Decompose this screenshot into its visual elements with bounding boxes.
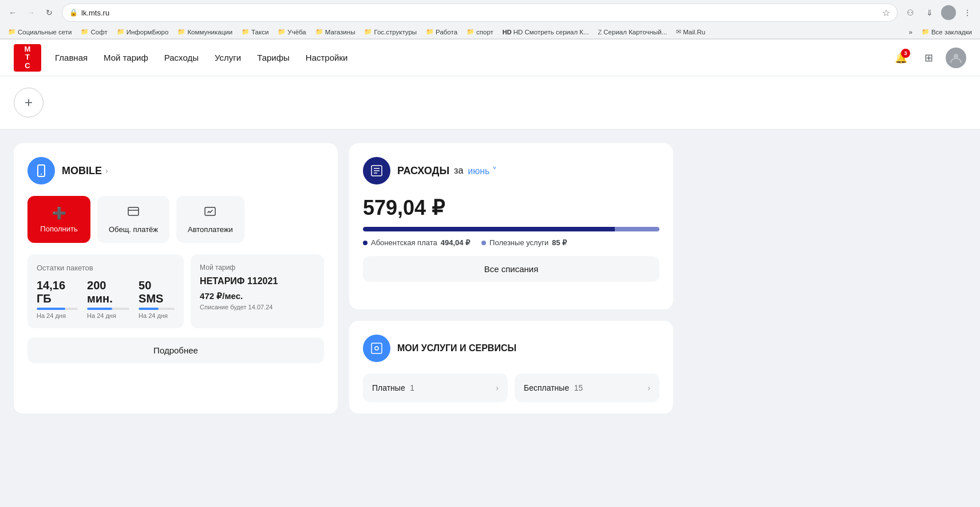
notifications-button[interactable]: 🔔 3 <box>891 48 911 68</box>
mobile-icon <box>27 157 55 184</box>
mobile-card: MOBILE › ➕ Пополнить <box>14 143 338 414</box>
bookmark-hd[interactable]: HD HD Смотреть сериал К... <box>499 27 592 37</box>
sms-value: 50 SMS <box>139 279 175 305</box>
expenses-bar-secondary <box>615 227 659 231</box>
tariff-box: Мой тариф НЕТАРИФ 112021 472 ₽/мес. Спис… <box>191 254 324 328</box>
package-min: 200 мин. На 24 дня <box>87 279 129 319</box>
bookmark-inform[interactable]: 📁 ИнформБюро <box>113 26 172 37</box>
expenses-icon <box>363 157 390 184</box>
bookmark-sport[interactable]: 📁 спорт <box>463 26 497 37</box>
expenses-legend: Абонентская плата 494,04 ₽ Полезные услу… <box>363 238 659 247</box>
sms-bar <box>139 308 175 310</box>
min-value: 200 мин. <box>87 279 129 305</box>
paid-services-item[interactable]: Платные 1 › <box>363 374 508 402</box>
payment-icon <box>127 205 140 221</box>
expenses-card-header: РАСХОДЫ за июнь ˅ <box>363 157 659 184</box>
sms-bar-fill <box>139 308 159 310</box>
services-card-title: МОИ УСЛУГИ И СЕРВИСЫ <box>397 343 516 353</box>
topup-button[interactable]: ➕ Пополнить <box>27 196 90 243</box>
services-card: МОИ УСЛУГИ И СЕРВИСЫ Платные 1 › <box>349 321 673 414</box>
gb-value: 14,16 ГБ <box>37 279 78 305</box>
mobile-card-header: MOBILE › <box>27 157 324 184</box>
mts-navigation: Главная Мой тариф Расходы Услуги Тарифы … <box>55 53 891 62</box>
bookmark-comm[interactable]: 📁 Коммуникации <box>174 26 236 37</box>
all-charges-button[interactable]: Все списания <box>363 256 659 282</box>
nav-expenses[interactable]: Расходы <box>164 53 199 62</box>
menu-button[interactable]: ⋮ <box>959 5 975 21</box>
expenses-subtitle: за <box>454 166 463 176</box>
bookmarks-more-btn[interactable]: » <box>905 27 915 37</box>
nav-home[interactable]: Главная <box>55 53 88 62</box>
gb-days: На 24 дня <box>37 312 78 319</box>
bookmark-taxi[interactable]: 📁 Такси <box>238 26 272 37</box>
folder-icon: 📁 <box>467 28 475 36</box>
nav-tariff[interactable]: Мой тариф <box>104 53 148 62</box>
mobile-card-title: MOBILE <box>62 165 102 177</box>
legend-dot-main <box>363 241 368 245</box>
header-actions: 🔔 3 ⊞ <box>891 48 966 68</box>
back-button[interactable]: ← <box>5 5 21 21</box>
folder-icon: 📁 <box>426 28 434 36</box>
expenses-title: РАСХОДЫ <box>397 165 449 177</box>
gb-bar-fill <box>37 308 65 310</box>
details-button[interactable]: Подробнее <box>27 337 324 363</box>
svg-point-0 <box>954 54 958 58</box>
bookmark-mailru[interactable]: ✉ Mail.Ru <box>673 26 709 37</box>
star-icon[interactable]: ☆ <box>882 7 890 18</box>
bookmark-gov[interactable]: 📁 Гос.структуры <box>361 26 420 37</box>
user-avatar[interactable] <box>946 48 966 68</box>
chevron-right-icon: › <box>647 383 650 392</box>
packages-title: Остатки пакетов <box>37 264 175 272</box>
lock-icon: 🔒 <box>69 9 78 17</box>
mts-logo[interactable]: МТС <box>14 44 41 72</box>
bookmark-serial[interactable]: Z Сериал Карточный... <box>595 27 671 37</box>
folder-icon: 📁 <box>81 28 89 36</box>
svg-rect-3 <box>128 207 139 215</box>
chevron-right-icon: › <box>496 383 499 392</box>
browser-toolbar: ← → ↻ 🔒 lk.mts.ru ☆ ⚇ ⇓ ⋮ <box>0 0 980 25</box>
tariff-price: 472 ₽/мес. <box>200 291 315 301</box>
tariff-name: НЕТАРИФ 112021 <box>200 276 315 286</box>
site-wrapper: МТС Главная Мой тариф Расходы Услуги Тар… <box>0 40 980 498</box>
services-icon <box>363 335 390 362</box>
add-number-button[interactable]: + <box>14 88 44 117</box>
nav-services[interactable]: Услуги <box>215 53 241 62</box>
plus-icon: ➕ <box>52 206 66 220</box>
promise-payment-button[interactable]: Обещ. платёж <box>97 196 169 243</box>
legend-dot-secondary <box>481 241 486 245</box>
reload-button[interactable]: ↻ <box>41 5 57 21</box>
expenses-card: РАСХОДЫ за июнь ˅ 579,04 ₽ <box>349 143 673 309</box>
autopay-icon <box>204 205 216 221</box>
legend-abonent: Абонентская плата 494,04 ₽ <box>363 238 470 247</box>
packages-list: 14,16 ГБ На 24 дня 200 мин. <box>37 279 175 319</box>
profile-avatar[interactable] <box>941 5 956 20</box>
bookmark-all[interactable]: 📁 Все закладки <box>918 26 975 37</box>
expenses-month[interactable]: июнь ˅ <box>468 166 497 176</box>
bookmark-study[interactable]: 📁 Учёба <box>274 26 309 37</box>
bookmarks-bar: 📁 Социальные сети 📁 Софт 📁 ИнформБюро 📁 … <box>0 25 980 39</box>
nav-settings[interactable]: Настройки <box>306 53 348 62</box>
svg-rect-5 <box>205 207 215 215</box>
folder-icon: 📁 <box>117 28 125 36</box>
main-content: MOBILE › ➕ Пополнить <box>0 129 687 427</box>
bookmark-soft[interactable]: 📁 Софт <box>77 26 110 37</box>
right-column: РАСХОДЫ за июнь ˅ 579,04 ₽ <box>349 143 673 414</box>
bookmark-work[interactable]: 📁 Работа <box>422 26 461 37</box>
grid-menu-button[interactable]: ⊞ <box>918 48 939 68</box>
extensions-button[interactable]: ⚇ <box>902 5 918 21</box>
folder-icon: 📁 <box>242 28 250 36</box>
bookmark-social[interactable]: 📁 Социальные сети <box>5 26 75 37</box>
action-buttons: ➕ Пополнить Обещ. платёж <box>27 196 324 243</box>
free-services-item[interactable]: Бесплатные 15 › <box>515 374 659 402</box>
address-bar[interactable]: 🔒 lk.mts.ru ☆ <box>62 3 898 22</box>
min-bar-fill <box>87 308 112 310</box>
autopayment-button[interactable]: Автоплатежи <box>176 196 244 243</box>
bookmark-shops[interactable]: 📁 Магазины <box>312 26 359 37</box>
folder-icon: 📁 <box>364 28 372 36</box>
mail-icon: ✉ <box>676 28 681 36</box>
forward-button[interactable]: → <box>23 5 39 21</box>
svg-point-2 <box>41 174 42 175</box>
services-card-header: МОИ УСЛУГИ И СЕРВИСЫ <box>363 335 659 362</box>
download-button[interactable]: ⇓ <box>922 5 938 21</box>
nav-tariffs[interactable]: Тарифы <box>257 53 290 62</box>
